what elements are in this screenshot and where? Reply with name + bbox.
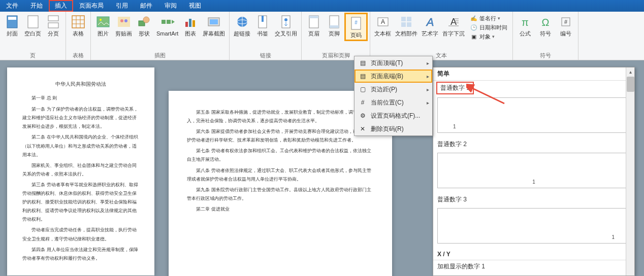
gallery-label-plain2: 普通数字 2 (433, 138, 634, 151)
ribbon-group-label: 页 (2, 51, 63, 60)
ribbon-group-pages: 封面 空白页 分页 页 (0, 12, 66, 60)
svg-rect-29 (262, 16, 264, 22)
svg-rect-10 (97, 17, 109, 27)
table-icon (70, 14, 86, 30)
svg-rect-35 (330, 25, 339, 28)
svg-rect-24 (210, 19, 218, 24)
page-break-icon (45, 14, 61, 30)
svg-text:π: π (522, 17, 529, 28)
symbol-button[interactable]: Ω 符号 (535, 13, 556, 38)
doc-title: 中华人民共和国劳动法 (22, 80, 139, 89)
picture-button[interactable]: 图片 (93, 13, 113, 38)
menu-home[interactable]: 开始 (24, 0, 49, 12)
scroll-thumb[interactable] (627, 77, 634, 92)
chart-icon (182, 14, 199, 30)
svg-text:#: # (355, 20, 358, 25)
equation-button[interactable]: π 公式 (515, 13, 535, 38)
svg-point-31 (284, 18, 287, 21)
object-button[interactable]: ▣ 对象 ▾ (468, 32, 509, 41)
menu-mail[interactable]: 邮件 (134, 0, 158, 12)
smartart-button[interactable]: SmartArt (154, 13, 180, 38)
ribbon-group-tables: 表格 表格 (66, 12, 91, 60)
hyperlink-icon (234, 14, 250, 30)
gallery-label-bold1: 加粗显示的数字 1 (433, 260, 634, 273)
page-top-icon: ▤ (358, 58, 368, 67)
scroll-up-icon[interactable]: ▴ (626, 67, 634, 76)
document-page-1[interactable]: 中华人民共和国劳动法 第一章 总 则 第一条 为了保护劳动者的合法权益，调整劳动… (7, 67, 154, 275)
smartart-icon (159, 14, 176, 30)
chevron-down-icon: ▾ (498, 16, 500, 21)
annotation-arrow (466, 83, 507, 109)
table-button[interactable]: 表格 (68, 13, 88, 38)
quickparts-button[interactable]: 文档部件 (393, 13, 420, 38)
menu-references[interactable]: 引用 (110, 0, 134, 12)
remove-icon: ✕ (358, 124, 368, 133)
header-button[interactable]: 页眉 (304, 13, 324, 38)
gallery-header-simple: 简单 (433, 67, 634, 81)
svg-marker-19 (172, 20, 175, 24)
menu-review[interactable]: 审阅 (158, 0, 183, 12)
page-break-button[interactable]: 分页 (43, 13, 63, 38)
svg-rect-12 (118, 17, 130, 27)
dropdown-page-margin[interactable]: ▢ 页边距(P) ▸ (355, 83, 432, 96)
svg-rect-20 (185, 22, 188, 27)
chevron-right-icon: ▸ (427, 74, 429, 79)
page-number-button[interactable]: # 页码 (344, 13, 368, 41)
svg-line-54 (470, 87, 504, 104)
picture-icon (95, 14, 111, 30)
shapes-button[interactable]: 形状 (134, 13, 154, 38)
chevron-right-icon: ▸ (427, 87, 429, 92)
header-icon (306, 14, 322, 30)
ribbon-group-illustrations: 图片 剪贴画 形状 SmartArt 图表 屏幕截图 插图 (91, 12, 230, 60)
page-number-dropdown: ▤ 页面顶端(T) ▸ ▤ 页面底端(B) ▸ ▢ 页边距(P) ▸ # 当前位… (354, 56, 433, 136)
textbox-button[interactable]: A 文本框 (372, 13, 393, 38)
dropdown-page-top[interactable]: ▤ 页面顶端(T) ▸ (355, 56, 432, 70)
current-position-icon: # (358, 98, 368, 107)
quickparts-icon (398, 14, 414, 30)
menu-insert[interactable]: 插入 (49, 0, 73, 12)
screenshot-icon (206, 14, 222, 30)
svg-rect-17 (162, 20, 166, 24)
chevron-down-icon: ▾ (492, 34, 495, 39)
dropdown-format-page-numbers[interactable]: ⚙ 设置页码格式(F)... (355, 109, 432, 122)
wordart-icon: A (422, 14, 438, 30)
dropdown-current-position[interactable]: # 当前位置(C) ▸ (355, 96, 432, 109)
hyperlink-button[interactable]: 超链接 (232, 13, 252, 38)
shapes-icon (136, 14, 152, 30)
datetime-button[interactable]: 🕒 日期和时间 (468, 23, 509, 32)
menu-file[interactable]: 文件 (0, 0, 24, 12)
dropdown-page-bottom[interactable]: ▤ 页面底端(B) ▸ (355, 70, 432, 83)
number-button[interactable]: # 编号 (556, 13, 576, 38)
signature-button[interactable]: ✍ 签名行 ▾ (468, 14, 509, 23)
screenshot-button[interactable]: 屏幕截图 (201, 13, 227, 38)
wordart-button[interactable]: A 艺术字 (420, 13, 440, 38)
svg-rect-43 (407, 22, 411, 27)
page-margin-icon: ▢ (358, 85, 368, 94)
page-number-gallery: 简单 普通数字 1 1 普通数字 2 1 普通数字 3 1 X / Y 加粗显示… (433, 67, 635, 276)
chart-button[interactable]: 图表 (180, 13, 201, 38)
svg-point-11 (100, 19, 102, 21)
ribbon-group-symbols: π 公式 Ω 符号 # 编号 符号 (513, 12, 578, 60)
gallery-item-plain3[interactable]: 1 (437, 208, 630, 244)
bookmark-button[interactable]: 书签 (252, 13, 273, 38)
svg-rect-33 (309, 16, 318, 18)
svg-rect-4 (48, 23, 58, 28)
crossref-button[interactable]: 交叉引用 (273, 13, 299, 38)
gallery-scrollbar[interactable]: ▴ (626, 67, 634, 275)
svg-text:A: A (381, 18, 385, 25)
menu-layout[interactable]: 页面布局 (73, 0, 110, 12)
bookmark-icon (254, 14, 271, 30)
page-bottom-icon: ▤ (358, 72, 368, 81)
dropcap-button[interactable]: A 首字下沉 (440, 13, 467, 38)
gallery-item-plain2[interactable]: 1 (437, 153, 630, 188)
svg-rect-22 (192, 20, 195, 27)
svg-rect-5 (72, 16, 84, 28)
cover-page-button[interactable]: 封面 (2, 13, 22, 38)
symbol-icon: Ω (537, 14, 554, 30)
blank-page-button[interactable]: 空白页 (22, 13, 43, 38)
dropdown-remove-page-numbers[interactable]: ✕ 删除页码(R) (355, 122, 432, 135)
clipart-button[interactable]: 剪贴画 (113, 13, 134, 38)
textbox-icon: A (375, 14, 391, 30)
menu-view[interactable]: 视图 (183, 0, 207, 12)
footer-button[interactable]: 页脚 (324, 13, 344, 38)
